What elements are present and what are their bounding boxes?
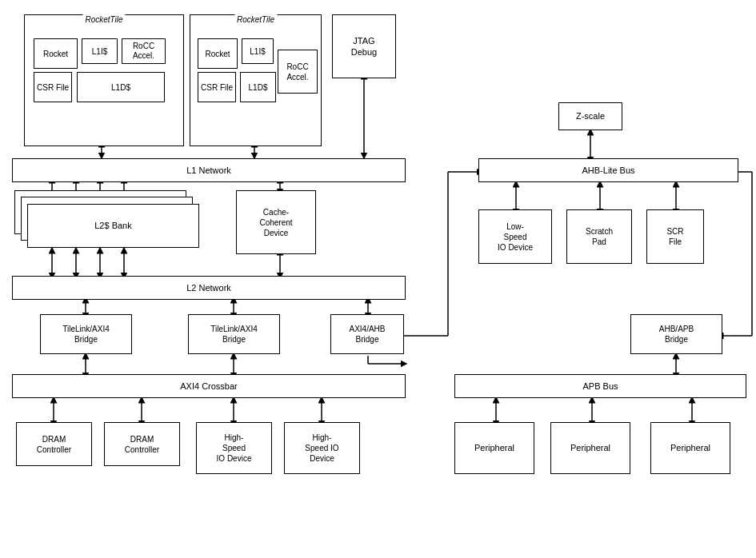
peripheral-2-box: Peripheral: [550, 422, 630, 474]
l2-network-box: L2 Network: [12, 276, 406, 300]
high-speed-io-2-box: High-Speed IODevice: [284, 422, 360, 474]
rocket-1-box: Rocket: [34, 38, 78, 69]
high-speed-io-1-box: High-SpeedIO Device: [196, 422, 272, 474]
architecture-diagram: RocketTile RocketTile Rocket L1I$ RoCC A…: [0, 0, 756, 558]
ahb-apb-bridge-box: AHB/APBBridge: [630, 314, 722, 354]
rocket-tile-1-label: RocketTile: [82, 14, 125, 25]
scratch-pad-box: ScratchPad: [566, 209, 632, 264]
rocc-2-box: RoCC Accel.: [278, 50, 318, 94]
l1d-1-box: L1D$: [77, 72, 165, 102]
tilelink-axi4-1-box: TileLink/AXI4Bridge: [40, 314, 132, 354]
z-scale-box: Z-scale: [558, 102, 622, 130]
scr-file-box: SCRFile: [646, 209, 704, 264]
l1-network-box: L1 Network: [12, 158, 406, 182]
low-speed-io-box: Low-SpeedIO Device: [478, 209, 552, 264]
csr-2-box: CSR File: [198, 72, 236, 102]
l2-bank-1-box: L2$ Bank: [27, 204, 199, 248]
l1i-1-box: L1I$: [82, 38, 118, 64]
rocket-2-box: Rocket: [198, 38, 238, 69]
l1i-2-box: L1I$: [242, 38, 274, 64]
axi4-crossbar-box: AXI4 Crossbar: [12, 374, 406, 398]
ahb-lite-bus-box: AHB-Lite Bus: [478, 158, 738, 182]
csr-1-box: CSR File: [34, 72, 72, 102]
peripheral-3-box: Peripheral: [650, 422, 730, 474]
axi4-ahb-box: AXI4/AHBBridge: [330, 314, 404, 354]
dram-ctrl-2-box: DRAMController: [104, 422, 180, 466]
dram-ctrl-1-box: DRAMController: [16, 422, 92, 466]
rocket-tile-2-label: RocketTile: [234, 14, 277, 25]
cache-coherent-box: Cache-CoherentDevice: [236, 190, 316, 254]
l1d-2-box: L1D$: [240, 72, 276, 102]
tilelink-axi4-2-box: TileLink/AXI4Bridge: [188, 314, 280, 354]
apb-bus-box: APB Bus: [454, 374, 746, 398]
rocc-1-box: RoCC Accel.: [122, 38, 166, 64]
jtag-debug-box: JTAGDebug: [332, 14, 396, 78]
peripheral-1-box: Peripheral: [454, 422, 534, 474]
